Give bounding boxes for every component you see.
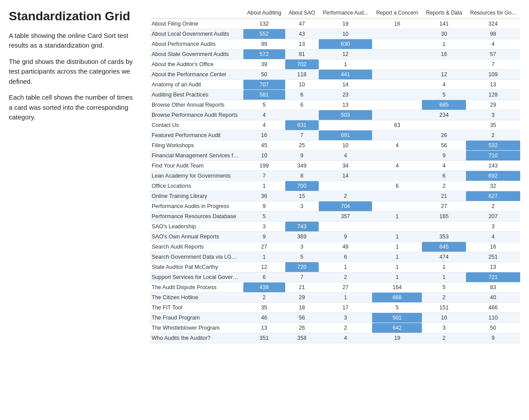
data-cell: 324 — [466, 19, 520, 29]
data-cell: 30 — [422, 29, 466, 39]
data-cell: 2 — [466, 130, 520, 141]
table-row: The Whistleblower Program13262642350 — [150, 323, 520, 333]
row-label-cell: Search Government Data via LGFRS — [150, 252, 243, 262]
data-cell — [372, 90, 422, 100]
data-cell: 109 — [466, 70, 520, 80]
data-cell: 720 — [285, 262, 319, 272]
table-row: The Citizen Hotline2291668240 — [150, 293, 520, 303]
data-cell: 143 — [466, 161, 520, 171]
data-cell: 627 — [466, 191, 520, 201]
data-cell: 49 — [319, 242, 373, 252]
data-cell: 12 — [422, 70, 466, 80]
data-cell: 357 — [319, 212, 373, 222]
data-cell: 2 — [466, 201, 520, 212]
data-cell: 36 — [243, 191, 285, 201]
data-cell: 9 — [243, 201, 285, 212]
row-label-cell: The FIT Tool — [150, 303, 243, 313]
table-row: The Audit Dispute Process4382127164583 — [150, 282, 520, 293]
data-cell — [372, 70, 422, 80]
data-cell: 16 — [422, 49, 466, 59]
data-cell: 1 — [372, 252, 422, 262]
row-label-cell: About the Auditor's Office — [150, 59, 243, 70]
data-cell: 16 — [243, 130, 285, 141]
row-label-cell: The Fraud Program — [150, 313, 243, 323]
data-cell: 40 — [466, 293, 520, 303]
row-label-cell: Filing Workshops — [150, 141, 243, 151]
table-header-row: About Auditing About SAO Performance Aud… — [150, 9, 520, 19]
row-label-cell: Auditing Best Practices — [150, 90, 243, 100]
data-cell — [422, 222, 466, 232]
data-cell: 5 — [422, 282, 466, 293]
sidebar-para-2: The grid shows the distribution of cards… — [9, 57, 137, 87]
row-label-cell: Performance Audits in Progress — [150, 201, 243, 212]
data-cell: 6 — [285, 100, 319, 110]
data-cell — [422, 120, 466, 130]
data-cell: 692 — [466, 171, 520, 181]
data-cell: 707 — [243, 80, 285, 90]
data-cell: 207 — [466, 212, 520, 222]
row-label-cell: Support Services for Local Govern... — [150, 272, 243, 282]
data-cell: 56 — [285, 313, 319, 323]
data-cell: 10 — [319, 141, 373, 151]
data-cell — [372, 29, 422, 39]
data-cell: 10 — [243, 151, 285, 161]
table-row: Office Locations17006232 — [150, 181, 520, 191]
row-label-cell: About Performance Audits — [150, 39, 243, 49]
data-cell — [372, 222, 422, 232]
row-label-cell: Online Training Library — [150, 191, 243, 201]
data-cell: 251 — [466, 252, 520, 262]
data-cell: 7 — [285, 272, 319, 282]
table-row: Featured Performance Audit167691262 — [150, 130, 520, 141]
table-row: Find Your Audit Team1993493444143 — [150, 161, 520, 171]
table-row: Search Government Data via LGFRS15614742… — [150, 252, 520, 262]
table-row: SAO's Own Annual Reports9369913534 — [150, 232, 520, 242]
data-cell: 721 — [466, 272, 520, 282]
data-cell: 13 — [466, 262, 520, 272]
data-cell — [372, 49, 422, 59]
row-label-cell: About Filing Online — [150, 19, 243, 29]
data-cell: 3 — [466, 110, 520, 120]
data-cell: 5 — [372, 303, 422, 313]
row-label-cell: State Auditor Pat McCarthy — [150, 262, 243, 272]
data-cell: 27 — [319, 282, 373, 293]
data-cell: 34 — [319, 161, 373, 171]
page-title: Standardization Grid — [9, 9, 137, 24]
data-cell: 98 — [466, 29, 520, 39]
data-cell — [372, 110, 422, 120]
data-cell: 630 — [319, 39, 373, 49]
data-cell: 702 — [285, 59, 319, 70]
data-cell: 8 — [285, 171, 319, 181]
data-cell: 39 — [243, 59, 285, 70]
data-cell — [285, 212, 319, 222]
data-cell — [285, 110, 319, 120]
data-cell: 17 — [319, 303, 373, 313]
data-cell: 4 — [319, 151, 373, 161]
data-cell: 3 — [319, 313, 373, 323]
row-label-cell: Performance Resources Database — [150, 212, 243, 222]
row-label-cell: Featured Performance Audit — [150, 130, 243, 141]
data-cell: 26 — [422, 130, 466, 141]
row-label-cell: SAO's Leadership — [150, 222, 243, 232]
data-cell: 4 — [243, 120, 285, 130]
row-label-cell: About State Government Audits — [150, 49, 243, 59]
data-cell: 1 — [319, 293, 373, 303]
data-cell: 358 — [285, 333, 319, 343]
data-cell: 2 — [319, 323, 373, 333]
data-cell: 5 — [243, 212, 285, 222]
row-label-cell: About the Performance Center — [150, 70, 243, 80]
data-cell: 4 — [372, 141, 422, 151]
table-row: Online Training Library3615221627 — [150, 191, 520, 201]
data-cell — [372, 130, 422, 141]
data-cell: 13 — [466, 80, 520, 90]
data-cell: 2 — [319, 191, 373, 201]
col-header-performance-aud: Performance Aud... — [319, 9, 373, 19]
data-cell: 691 — [319, 130, 373, 141]
row-label-cell: Contact Us — [150, 120, 243, 130]
data-cell: 501 — [372, 313, 422, 323]
table-row: About Performance Audits991363014 — [150, 39, 520, 49]
data-cell: 351 — [243, 333, 285, 343]
data-cell: 35 — [466, 120, 520, 130]
data-cell: 3 — [422, 323, 466, 333]
data-cell — [372, 191, 422, 201]
data-cell: 128 — [466, 90, 520, 100]
